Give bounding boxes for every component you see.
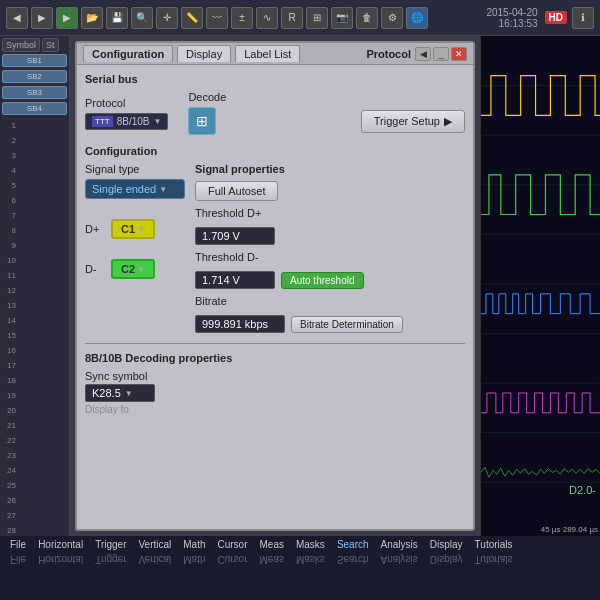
back-icon[interactable]: ◀ bbox=[6, 7, 28, 29]
cursor-icon[interactable]: ✛ bbox=[156, 7, 178, 29]
full-autoset-button[interactable]: Full Autoset bbox=[195, 181, 278, 201]
protocol-label: Protocol bbox=[85, 97, 168, 109]
delete-icon[interactable]: 🗑 bbox=[356, 7, 378, 29]
list-item: 27 bbox=[2, 508, 67, 522]
protocol-value: 8B/10B bbox=[117, 116, 150, 127]
signal-type-group: Signal type Single ended ▼ bbox=[85, 163, 185, 199]
sb3-button[interactable]: SB3 bbox=[2, 86, 67, 99]
tab-configuration[interactable]: Configuration bbox=[83, 45, 173, 62]
menu-cursor[interactable]: Cursor bbox=[212, 539, 254, 550]
zoom-icon[interactable]: 🔍 bbox=[131, 7, 153, 29]
trigger-setup-arrow-icon: ▶ bbox=[444, 115, 452, 128]
configuration-dialog: Configuration Display Label List Protoco… bbox=[75, 41, 475, 531]
dialog-body: Serial bus Protocol TTT 8B/10B ▼ Decode … bbox=[77, 65, 473, 529]
signal-type-selector[interactable]: Single ended ▼ bbox=[85, 179, 185, 199]
bitrate-value[interactable]: 999.891 kbps bbox=[195, 315, 285, 333]
dialog-minimize-btn[interactable]: _ bbox=[433, 47, 449, 61]
datetime-display: 2015-04-20 16:13:53 bbox=[486, 7, 537, 29]
fft-icon[interactable]: ∿ bbox=[256, 7, 278, 29]
menu-meas[interactable]: Meas bbox=[254, 539, 290, 550]
protocol-row: Protocol TTT 8B/10B ▼ Decode ⊞ Trigge bbox=[85, 91, 465, 135]
menu-file-mirror: File bbox=[4, 554, 32, 565]
display-fa-label: Display fo bbox=[85, 404, 465, 415]
menu-trigger-mirror: Trigger bbox=[89, 554, 132, 565]
sidebar-tab-st[interactable]: St bbox=[42, 38, 59, 52]
protocol-selector[interactable]: TTT 8B/10B ▼ bbox=[85, 113, 168, 130]
auto-threshold-button[interactable]: Auto threshold bbox=[281, 272, 364, 289]
menu-trigger[interactable]: Trigger bbox=[89, 539, 132, 550]
bitrate-label: Bitrate bbox=[195, 295, 465, 307]
info-icon[interactable]: ℹ bbox=[572, 7, 594, 29]
trigger-setup-button[interactable]: Trigger Setup ▶ bbox=[361, 110, 465, 133]
dialog-close-btn[interactable]: ✕ bbox=[451, 47, 467, 61]
protocol-icon[interactable]: ⊞ bbox=[306, 7, 328, 29]
list-item: 21 bbox=[2, 418, 67, 432]
menu-display[interactable]: Display bbox=[424, 539, 469, 550]
menu-search-mirror: Search bbox=[331, 554, 375, 565]
list-item: 9 bbox=[2, 238, 67, 252]
top-toolbar: ◀ ▶ ▶ 📂 💾 🔍 ✛ 📏 〰 ± ∿ R ⊞ 📷 🗑 ⚙ 🌐 2015-0… bbox=[0, 0, 600, 36]
d2-label: D2.0- bbox=[569, 484, 596, 496]
list-item: 4 bbox=[2, 163, 67, 177]
menu-vertical[interactable]: Vertical bbox=[132, 539, 177, 550]
c1-button[interactable]: C1 ▼ bbox=[111, 219, 155, 239]
sync-symbol-value[interactable]: K28.5 ▼ bbox=[85, 384, 155, 402]
network-icon[interactable]: 🌐 bbox=[406, 7, 428, 29]
run-icon[interactable]: ▶ bbox=[56, 7, 78, 29]
bitrate-determination-button[interactable]: Bitrate Determination bbox=[291, 316, 403, 333]
menu-math[interactable]: Math bbox=[177, 539, 211, 550]
wave-icon[interactable]: 〰 bbox=[206, 7, 228, 29]
sidebar-tab-symbol[interactable]: Symbol bbox=[2, 38, 40, 52]
time-label: 45 µs 289.04 µs bbox=[541, 525, 598, 534]
d-minus-channel: D- C2 ▼ bbox=[85, 259, 185, 279]
menu-file[interactable]: File bbox=[4, 539, 32, 550]
signal-properties-label: Signal properties bbox=[195, 163, 465, 175]
math-icon[interactable]: ± bbox=[231, 7, 253, 29]
decode-icon[interactable]: ⊞ bbox=[188, 107, 216, 135]
list-item: 18 bbox=[2, 373, 67, 387]
decode-props-title: 8B/10B Decoding properties bbox=[85, 352, 465, 364]
forward-icon[interactable]: ▶ bbox=[31, 7, 53, 29]
waveform-svg bbox=[481, 36, 600, 532]
tab-label-list[interactable]: Label List bbox=[235, 45, 300, 62]
list-item: 5 bbox=[2, 178, 67, 192]
c2-button[interactable]: C2 ▼ bbox=[111, 259, 155, 279]
threshold-dplus-label: Threshold D+ bbox=[195, 207, 465, 219]
list-item: 14 bbox=[2, 313, 67, 327]
menu-meas-mirror: Meas bbox=[254, 554, 290, 565]
list-item: 19 bbox=[2, 388, 67, 402]
right-panel: D2.0- 45 µs 289.04 µs bbox=[480, 36, 600, 536]
list-item: 28 bbox=[2, 523, 67, 536]
menu-masks[interactable]: Masks bbox=[290, 539, 331, 550]
menu-analysis[interactable]: Analysis bbox=[375, 539, 424, 550]
threshold-dminus-row: 1.714 V Auto threshold bbox=[195, 271, 465, 289]
menu-masks-mirror: Masks bbox=[290, 554, 331, 565]
open-icon[interactable]: 📂 bbox=[81, 7, 103, 29]
d-plus-label: D+ bbox=[85, 223, 105, 235]
bitrate-row: 999.891 kbps Bitrate Determination bbox=[195, 315, 465, 333]
d-plus-channel: D+ C1 ▼ bbox=[85, 219, 185, 239]
sidebar-header: Symbol St bbox=[2, 38, 67, 52]
threshold-dminus-value[interactable]: 1.714 V bbox=[195, 271, 275, 289]
left-sidebar: Symbol St SB1 SB2 SB3 SB4 1 2 3 4 5 6 7 … bbox=[0, 36, 70, 536]
bottom-menu: File Horizontal Trigger Vertical Math Cu… bbox=[0, 536, 600, 568]
dialog-header: Configuration Display Label List Protoco… bbox=[77, 43, 473, 65]
tab-display[interactable]: Display bbox=[177, 45, 231, 62]
sb1-button[interactable]: SB1 bbox=[2, 54, 67, 67]
measure-icon[interactable]: 📏 bbox=[181, 7, 203, 29]
menu-horizontal[interactable]: Horizontal bbox=[32, 539, 89, 550]
signal-type-chevron-icon: ▼ bbox=[159, 185, 167, 194]
sb4-button[interactable]: SB4 bbox=[2, 102, 67, 115]
sb2-button[interactable]: SB2 bbox=[2, 70, 67, 83]
settings-icon[interactable]: ⚙ bbox=[381, 7, 403, 29]
list-item: 25 bbox=[2, 478, 67, 492]
threshold-dplus-value[interactable]: 1.709 V bbox=[195, 227, 275, 245]
menu-tutorials[interactable]: Tutorials bbox=[469, 539, 519, 550]
screenshot-icon[interactable]: 📷 bbox=[331, 7, 353, 29]
list-item: 24 bbox=[2, 463, 67, 477]
menu-search[interactable]: Search bbox=[331, 539, 375, 550]
list-item: 15 bbox=[2, 328, 67, 342]
save-icon[interactable]: 💾 bbox=[106, 7, 128, 29]
dialog-back-btn[interactable]: ◀ bbox=[415, 47, 431, 61]
ref-icon[interactable]: R bbox=[281, 7, 303, 29]
